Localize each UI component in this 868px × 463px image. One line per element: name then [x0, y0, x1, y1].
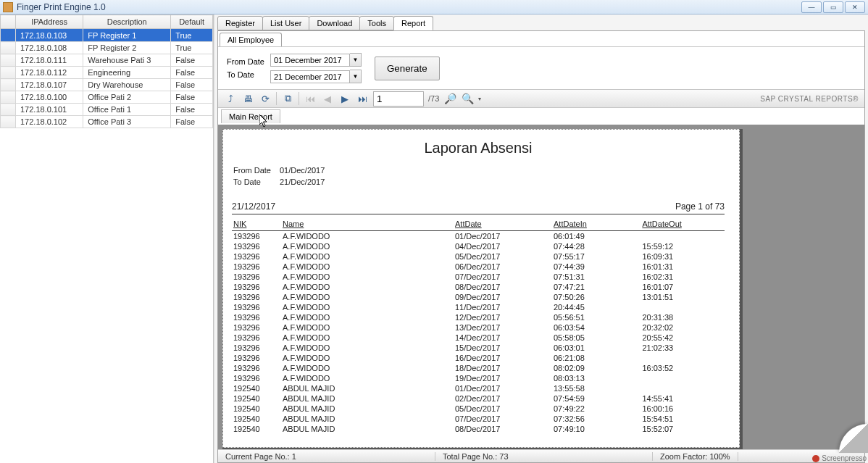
tab-report[interactable]: Report: [393, 16, 433, 30]
report-table: NIKNameAttDateAttDateInAttDateOut 193296…: [232, 217, 725, 434]
report-row: 193296A.F.WIDODO07/Dec/201707:51:3116:02…: [232, 272, 725, 282]
report-title: Laporan Absensi: [232, 140, 725, 157]
report-row: 192540ABDUL MAJID05/Dec/201707:49:2216:0…: [232, 404, 725, 414]
report-row: 193296A.F.WIDODO05/Dec/201707:55:1716:09…: [232, 251, 725, 262]
window-title: Finger Print Engine 1.0: [17, 2, 801, 12]
device-row[interactable]: 172.18.0.107Dry WarehouseFalse: [1, 79, 213, 91]
status-total-pages: Total Page No.: 73: [435, 452, 653, 461]
device-row[interactable]: 172.18.0.112EngineeringFalse: [1, 67, 213, 79]
from-date-input[interactable]: 01 December 2017 ▼: [270, 53, 362, 67]
report-row: 192540ABDUL MAJID02/Dec/201707:54:5914:5…: [232, 393, 725, 404]
tab-download[interactable]: Download: [309, 16, 360, 30]
report-row: 193296A.F.WIDODO11/Dec/201720:44:45: [232, 302, 725, 312]
report-row: 192540ABDUL MAJID01/Dec/201713:55:58: [232, 383, 725, 393]
status-current-page: Current Page No.: 1: [218, 452, 435, 461]
crystal-brand-label: SAP CRYSTAL REPORTS®: [760, 95, 859, 103]
report-row: 193296A.F.WIDODO08/Dec/201707:47:2116:01…: [232, 282, 725, 292]
grid-col-desc[interactable]: Description: [83, 15, 171, 29]
status-zoom: Zoom Factor: 100%: [653, 452, 738, 461]
report-row: 193296A.F.WIDODO12/Dec/201705:56:5120:31…: [232, 312, 725, 322]
screenpresso-icon: [812, 455, 819, 462]
grid-rowheader-col: [1, 15, 16, 29]
device-grid[interactable]: IPAddress Description Default ▶172.18.0.…: [0, 14, 213, 128]
search-icon[interactable]: 🔎: [443, 92, 456, 105]
device-row[interactable]: 172.18.0.100Office Pati 2False: [1, 91, 213, 104]
first-page-icon[interactable]: ⏮: [304, 92, 317, 105]
prev-page-icon[interactable]: ◀: [321, 92, 334, 105]
device-row[interactable]: 172.18.0.102Office Pati 3False: [1, 116, 213, 128]
refresh-icon[interactable]: ⟳: [259, 92, 272, 105]
device-grid-panel: IPAddress Description Default ▶172.18.0.…: [0, 14, 214, 463]
report-row: 193296A.F.WIDODO01/Dec/201706:01:49: [232, 231, 725, 242]
report-col-nik: NIK: [232, 217, 281, 231]
tab-content: All Employee From Date To Date 01 Decemb…: [217, 30, 865, 463]
device-row[interactable]: 172.18.0.108FP Register 2True: [1, 42, 213, 54]
print-icon[interactable]: 🖶: [241, 92, 254, 105]
tab-register[interactable]: Register: [217, 16, 263, 30]
report-row: 193296A.F.WIDODO09/Dec/201707:50:2613:01…: [232, 292, 725, 302]
export-icon[interactable]: ⤴: [224, 92, 237, 105]
grid-col-ip[interactable]: IPAddress: [16, 15, 83, 29]
report-row: 193296A.F.WIDODO14/Dec/201705:58:0520:55…: [232, 333, 725, 343]
report-row: 192540ABDUL MAJID07/Dec/201707:32:5615:5…: [232, 414, 725, 424]
report-row: 193296A.F.WIDODO19/Dec/201708:03:13: [232, 373, 725, 383]
report-col-attdatein: AttDateIn: [552, 217, 640, 231]
filter-bar: From Date To Date 01 December 2017 ▼ 21 …: [218, 47, 864, 89]
device-row[interactable]: ▶172.18.0.103FP Register 1True: [1, 29, 213, 42]
chevron-down-icon[interactable]: ▼: [350, 70, 362, 83]
page-count-label: /73: [428, 94, 439, 103]
minimize-button[interactable]: —: [801, 1, 822, 13]
sub-tabs: All Employee: [218, 31, 864, 47]
report-page-label: Page 1 of 73: [675, 201, 725, 212]
grid-col-default[interactable]: Default: [171, 15, 213, 29]
app-icon: [3, 2, 13, 12]
to-date-label: To Date: [227, 70, 264, 79]
copy-icon[interactable]: ⧉: [281, 92, 294, 105]
subtab-all-employee[interactable]: All Employee: [220, 33, 282, 46]
report-row: 193296A.F.WIDODO15/Dec/201706:03:0121:02…: [232, 343, 725, 353]
zoom-icon[interactable]: 🔍: [461, 92, 474, 105]
report-canvas[interactable]: Laporan Absensi From Date01/Dec/2017 To …: [218, 125, 864, 449]
report-toolbar: ⤴ 🖶 ⟳ ⧉ ⏮ ◀ ▶ ⏭ /73 🔎 🔍 ▾ SAP CRYSTAL RE…: [218, 89, 864, 108]
device-row[interactable]: 172.18.0.101Office Pati 1False: [1, 104, 213, 116]
close-button[interactable]: ✕: [845, 1, 865, 13]
from-date-label: From Date: [227, 57, 264, 66]
generate-button[interactable]: Generate: [375, 57, 440, 80]
device-row[interactable]: 172.18.0.111Warehouse Pati 3False: [1, 54, 213, 67]
report-subtabs: Main Report: [218, 108, 864, 125]
titlebar: Finger Print Engine 1.0 — ▭ ✕: [0, 0, 868, 14]
chevron-down-icon[interactable]: ▼: [350, 53, 362, 67]
screenshot-watermark: Screenpresso: [812, 454, 867, 462]
to-date-input[interactable]: 21 December 2017 ▼: [270, 70, 362, 83]
report-row: 193296A.F.WIDODO18/Dec/201708:02:0916:03…: [232, 363, 725, 373]
report-print-date: 21/12/2017: [232, 201, 275, 212]
report-row: 193296A.F.WIDODO06/Dec/201707:44:3916:01…: [232, 262, 725, 272]
from-date-value[interactable]: 01 December 2017: [270, 54, 350, 67]
report-row: 193296A.F.WIDODO04/Dec/201707:44:2815:59…: [232, 241, 725, 251]
report-col-name: Name: [281, 217, 454, 231]
next-page-icon[interactable]: ▶: [338, 92, 351, 105]
report-row: 192540ABDUL MAJID08/Dec/201707:49:1015:5…: [232, 424, 725, 434]
to-date-value[interactable]: 21 December 2017: [270, 70, 350, 83]
report-col-attdate: AttDate: [454, 217, 552, 231]
report-subtab-main[interactable]: Main Report: [221, 109, 280, 123]
report-row: 193296A.F.WIDODO13/Dec/201706:03:5420:32…: [232, 322, 725, 333]
report-meta: From Date01/Dec/2017 To Date21/Dec/2017: [232, 164, 333, 188]
report-row: 193296A.F.WIDODO16/Dec/201706:21:08: [232, 353, 725, 363]
window-controls: — ▭ ✕: [801, 1, 865, 13]
report-col-attdateout: AttDateOut: [640, 217, 725, 231]
page-number-input[interactable]: [373, 91, 424, 107]
right-panel: RegisterList UserDownloadToolsReport All…: [214, 14, 868, 463]
main-tabs: RegisterList UserDownloadToolsReport: [214, 14, 868, 30]
last-page-icon[interactable]: ⏭: [356, 92, 369, 105]
status-bar: Current Page No.: 1 Total Page No.: 73 Z…: [218, 449, 864, 462]
tab-list-user[interactable]: List User: [262, 16, 309, 30]
report-page: Laporan Absensi From Date01/Dec/2017 To …: [222, 129, 740, 448]
tab-tools[interactable]: Tools: [359, 16, 394, 30]
maximize-button[interactable]: ▭: [823, 1, 843, 13]
